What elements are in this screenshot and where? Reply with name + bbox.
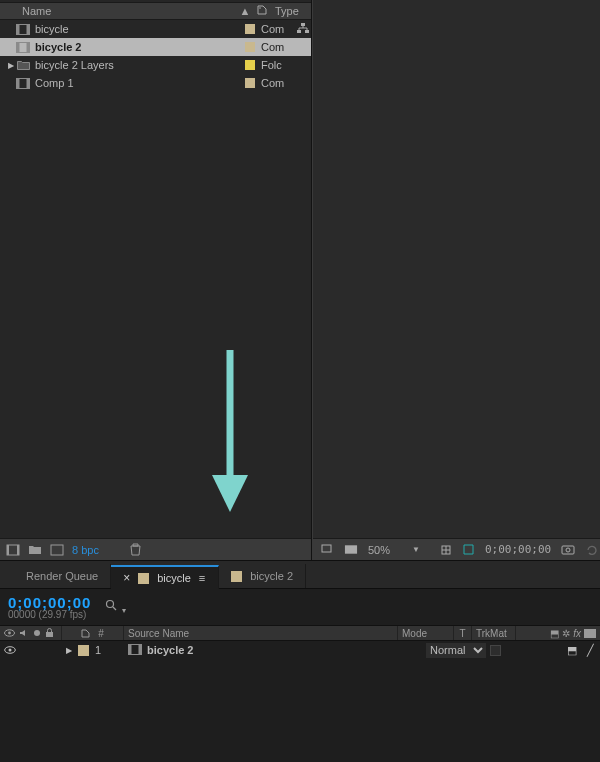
frame-rate-display: 00000 (29.97 fps) <box>8 609 91 620</box>
svg-rect-12 <box>17 42 20 52</box>
project-item-label: bicycle 2 Layers <box>35 59 245 71</box>
layer-index: 1 <box>95 644 101 656</box>
column-type-header[interactable]: Type <box>271 5 311 17</box>
av-toggle-header <box>0 626 62 640</box>
project-item-type: Com <box>261 77 295 89</box>
comp-icon <box>16 41 30 53</box>
column-trkmat-header[interactable]: TrkMat <box>472 626 516 640</box>
resolution-icon[interactable] <box>344 543 358 557</box>
label-swatch[interactable] <box>245 78 255 88</box>
project-item[interactable]: bicycleCom <box>0 20 311 38</box>
viewer-footer: 50% ▼ 0;00;00;00 <box>313 538 600 560</box>
column-label-header[interactable] <box>253 5 271 17</box>
label-swatch[interactable] <box>245 60 255 70</box>
interpret-footage-icon[interactable] <box>6 543 20 557</box>
tab-label: Render Queue <box>26 570 98 582</box>
tab-menu-icon[interactable]: ≡ <box>199 572 206 584</box>
film-icon <box>584 629 596 638</box>
grid-icon[interactable] <box>440 543 452 557</box>
layer-swatch[interactable] <box>78 645 89 656</box>
bit-depth-label[interactable]: 8 bpc <box>72 544 99 556</box>
motion-blur-icon[interactable]: ╱ <box>587 644 594 657</box>
sort-asc-icon[interactable]: ▲ <box>237 5 253 17</box>
layer-twirl-icon[interactable]: ▶ <box>66 646 72 655</box>
collapse-transform-icon[interactable]: ⬒ <box>567 644 577 657</box>
mask-toggle-icon[interactable] <box>462 543 475 557</box>
snapshot-icon[interactable] <box>561 543 575 557</box>
project-item[interactable]: ▶bicycle 2 LayersFolc <box>0 56 311 74</box>
star-icon: ✲ <box>562 628 570 639</box>
trkmat-swatch[interactable] <box>490 645 501 656</box>
project-panel: Name ▲ Type bicycleCombicycle 2Com▶bicyc… <box>0 0 312 560</box>
svg-point-32 <box>34 630 40 636</box>
tab-swatch <box>138 573 149 584</box>
timeline-tab[interactable]: Render Queue <box>14 564 111 588</box>
zoom-value[interactable]: 50% <box>368 544 402 556</box>
zoom-dropdown-icon[interactable]: ▼ <box>412 545 420 554</box>
svg-point-0 <box>259 7 261 9</box>
svg-rect-33 <box>46 632 53 637</box>
project-item[interactable]: bicycle 2Com <box>0 38 311 56</box>
timeline-tab[interactable]: bicycle 2 <box>219 564 306 588</box>
blend-mode-select[interactable]: Normal <box>426 643 486 658</box>
svg-rect-2 <box>17 24 20 34</box>
timeline-column-header: # Source Name Mode T TrkMat ⬒ ✲ fx <box>0 625 600 641</box>
label-swatch[interactable] <box>245 42 255 52</box>
magnify-icon[interactable] <box>321 543 334 557</box>
tab-label: bicycle <box>157 572 191 584</box>
svg-rect-39 <box>139 644 142 654</box>
svg-point-31 <box>8 632 11 635</box>
comp-icon <box>128 644 142 657</box>
viewer-timecode[interactable]: 0;00;00;00 <box>485 543 551 556</box>
fx-icon: fx <box>573 628 581 639</box>
column-mode-header[interactable]: Mode <box>398 626 454 640</box>
project-item-type: Folc <box>261 59 295 71</box>
svg-rect-3 <box>27 24 30 34</box>
refresh-icon[interactable] <box>585 543 599 557</box>
project-columns-header: Name ▲ Type <box>0 2 311 20</box>
expand-toggle[interactable]: ▶ <box>6 61 16 70</box>
tab-label: bicycle 2 <box>250 570 293 582</box>
switches-header: ⬒ ✲ fx <box>516 626 600 640</box>
project-item-list: bicycleCombicycle 2Com▶bicycle 2 LayersF… <box>0 20 311 92</box>
svg-rect-5 <box>297 30 301 33</box>
svg-rect-38 <box>129 644 132 654</box>
solo-icon <box>33 629 41 637</box>
new-folder-icon[interactable] <box>28 543 42 557</box>
new-comp-icon[interactable] <box>50 543 64 557</box>
column-num-header: # <box>98 628 104 639</box>
svg-rect-15 <box>17 78 20 88</box>
project-item-label: Comp 1 <box>35 77 245 89</box>
flowchart-icon[interactable] <box>295 23 311 36</box>
project-item[interactable]: Comp 1Com <box>0 74 311 92</box>
timeline-search-icon[interactable]: ▾ <box>105 599 126 615</box>
column-name-header[interactable]: Name <box>0 5 237 17</box>
folder-icon <box>16 59 30 71</box>
svg-rect-6 <box>305 30 309 33</box>
eye-icon[interactable] <box>4 646 16 654</box>
comp-icon <box>16 23 30 35</box>
timeline-layer-row[interactable]: ▶1bicycle 2Normal⬒╱ <box>0 641 600 659</box>
svg-point-27 <box>566 548 570 552</box>
svg-point-36 <box>9 649 12 652</box>
shy-icon: ⬒ <box>550 628 559 639</box>
layer-name: bicycle 2 <box>147 644 193 656</box>
svg-rect-26 <box>562 546 574 554</box>
tag-icon <box>81 629 90 638</box>
svg-rect-21 <box>322 545 331 552</box>
speaker-icon <box>19 628 29 638</box>
column-source-header[interactable]: Source Name <box>124 626 398 640</box>
label-swatch[interactable] <box>245 24 255 34</box>
close-icon[interactable]: × <box>123 571 130 585</box>
svg-rect-20 <box>51 545 63 555</box>
timeline-tab[interactable]: ×bicycle≡ <box>111 565 219 589</box>
timeline-tab-bar: Render Queue×bicycle≡bicycle 2 <box>0 561 600 589</box>
svg-rect-22 <box>345 545 357 553</box>
svg-rect-18 <box>7 545 9 555</box>
eye-icon <box>4 629 15 637</box>
trash-icon[interactable] <box>129 543 143 557</box>
timeline-header: 0;00;00;00 00000 (29.97 fps) ▾ <box>0 589 600 625</box>
label-num-header: # <box>62 626 124 640</box>
timeline-layers: ▶1bicycle 2Normal⬒╱ <box>0 641 600 659</box>
svg-rect-4 <box>301 23 305 26</box>
